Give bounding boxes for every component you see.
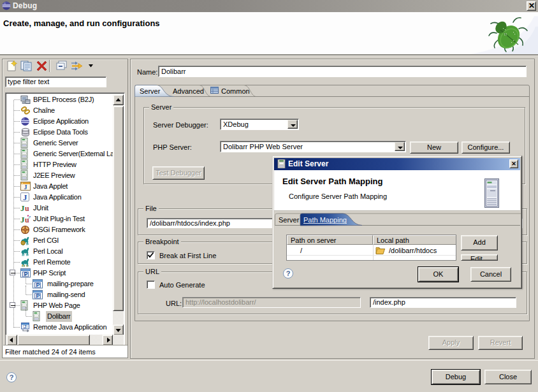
svg-text:Path Mapping: Path Mapping [303,216,347,224]
svg-text:Server: Server [279,216,300,224]
svg-text:Server: Server [140,87,161,95]
svg-text:Common: Common [221,87,250,95]
svg-text:Advanced: Advanced [173,87,204,95]
